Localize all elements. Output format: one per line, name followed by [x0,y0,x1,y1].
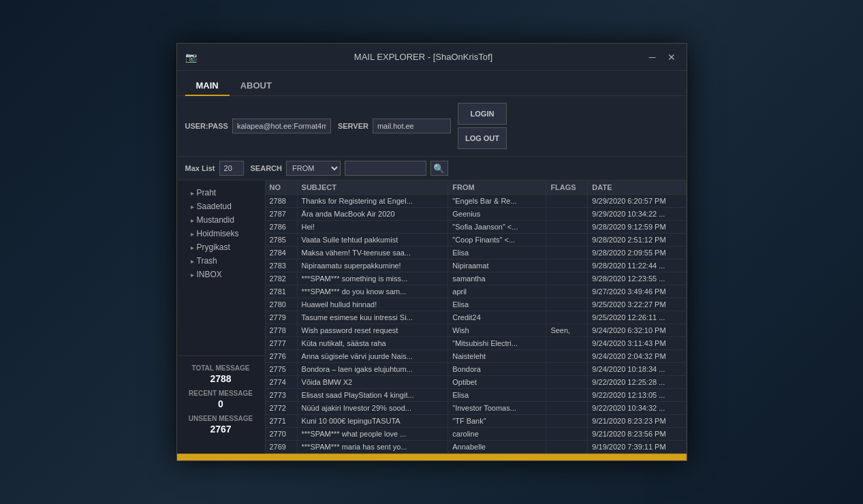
toolbar-row2: Max List SEARCH FROM 🔍 [177,157,687,180]
cell-flags [546,415,588,428]
table-row[interactable]: 2783 Nipiraamatu superpakkumine! Nipiraa… [266,259,687,272]
user-pass-input[interactable] [232,119,331,133]
col-header-flags: FLAGS [546,180,588,195]
col-header-subject: SUBJECT [297,180,448,195]
sidebar-item-praht[interactable]: Praht [177,186,265,200]
cell-flags [546,350,588,363]
cell-no: 2782 [266,272,298,285]
table-row[interactable]: 2785 Vaata Sulle tehtud pakkumist "Coop … [266,234,687,247]
table-row[interactable]: 2773 Elisast saad PlayStation 4 kingit..… [266,389,687,402]
sidebar-item-saadetud[interactable]: Saadetud [177,200,265,213]
cell-flags [546,272,588,285]
cell-flags [546,285,588,298]
cell-from: Naisteleht [448,350,546,363]
cell-flags [546,208,588,221]
table-row[interactable]: 2780 Huaweil hullud hinnad! Elisa 9/25/2… [266,298,687,311]
cell-date: 9/19/2020 7:39:11 PM [588,441,686,454]
user-pass-group: USER:PASS [185,119,331,133]
cell-from: "Coop Finants" <... [448,234,546,247]
cell-flags [546,298,588,311]
cell-subject: Huaweil hullud hinnad! [297,298,448,311]
sidebar-item-saadetud-label: Saadetud [197,202,232,211]
cell-no: 2772 [266,402,298,415]
sidebar-item-hoidmiseks[interactable]: Hoidmiseks [177,227,265,240]
cell-flags [546,234,588,247]
recent-message-label: RECENT MESSAGE [185,390,257,397]
window-title: MAIL EXPLORER - [ShaOnKrisTof] [202,52,646,62]
email-list: NO SUBJECT FROM FLAGS DATE 2788 Thanks f… [266,180,687,454]
table-row[interactable]: 2778 Wish password reset request Wish Se… [266,324,687,337]
max-list-label: Max List [185,164,215,172]
auth-buttons: LOGIN LOG OUT [458,103,507,149]
cell-from: Optibet [448,376,546,389]
cell-date: 9/24/2020 3:11:43 PM [588,337,686,350]
sidebar-item-praht-label: Praht [197,188,217,198]
cell-subject: Ära anda MacBook Air 2020 [297,208,448,221]
cell-subject: Vaata Sulle tehtud pakkumist [297,234,448,247]
table-row[interactable]: 2771 Kuni 10 000€ lepinguTASUTA "TF Bank… [266,415,687,428]
table-row[interactable]: 2769 ***SPAM*** maria has sent yo... Ann… [266,441,687,454]
total-message-label: TOTAL MESSAGE [185,364,257,372]
login-button[interactable]: LOGIN [458,103,507,125]
sidebar-item-inbox-label: INBOX [197,270,222,279]
cell-subject: Elisast saad PlayStation 4 kingit... [297,389,448,402]
logout-button[interactable]: LOG OUT [458,127,507,149]
cell-no: 2788 [266,195,298,208]
cell-date: 9/22/2020 10:34:32 ... [588,402,686,415]
cell-no: 2777 [266,337,298,350]
table-row[interactable]: 2784 Maksa vähem! TV-teenuse saa... Elis… [266,247,687,259]
tab-main[interactable]: MAIN [185,76,230,96]
search-input[interactable] [345,161,426,176]
recent-message-value: 0 [185,398,257,409]
search-field-select[interactable]: FROM [286,161,341,176]
cell-no: 2784 [266,247,298,259]
search-button[interactable]: 🔍 [430,161,448,176]
sidebar-item-trash[interactable]: Trash [177,254,265,268]
cell-from: "Mitsubishi Electri... [448,337,546,350]
cell-from: caroline [448,428,546,441]
cell-no: 2771 [266,415,298,428]
table-row[interactable]: 2782 ***SPAM*** something is miss... sam… [266,272,687,285]
cell-subject: Thanks for Registering at Engel... [297,195,448,208]
table-row[interactable]: 2772 Nüüd ajakiri Investor 29% sood... "… [266,402,687,415]
user-pass-label: USER:PASS [185,122,228,130]
cell-no: 2770 [266,428,298,441]
table-row[interactable]: 2770 ***SPAM*** what people love ... car… [266,428,687,441]
table-row[interactable]: 2788 Thanks for Registering at Engel... … [266,195,687,208]
sidebar-stats: TOTAL MESSAGE 2788 RECENT MESSAGE 0 UNSE… [177,356,265,448]
cell-no: 2786 [266,221,298,234]
cell-date: 9/29/2020 6:20:57 PM [588,195,686,208]
sidebar-item-inbox[interactable]: INBOX [177,268,265,281]
sidebar-item-prygikast[interactable]: Prygikast [177,240,265,254]
table-row[interactable]: 2779 Tasume esimese kuu intressi Si... C… [266,311,687,324]
tab-about[interactable]: ABOUT [230,76,283,96]
cell-no: 2780 [266,298,298,311]
table-row[interactable]: 2787 Ära anda MacBook Air 2020 Geenius 9… [266,208,687,221]
table-row[interactable]: 2786 Hei! "Sofia Jaanson" <... 9/28/2020… [266,221,687,234]
table-row[interactable]: 2781 ***SPAM*** do you know sam... april… [266,285,687,298]
max-list-input[interactable] [219,161,244,176]
table-row[interactable]: 2776 Anna sügisele värvi juurde Nais... … [266,350,687,363]
cell-subject: Tasume esimese kuu intressi Si... [297,311,448,324]
cell-subject: ***SPAM*** something is miss... [297,272,448,285]
cell-no: 2776 [266,350,298,363]
table-row[interactable]: 2775 Bondora – laen igaks elujuhtum... B… [266,363,687,376]
sidebar-item-mustandid[interactable]: Mustandid [177,213,265,227]
cell-flags [546,376,588,389]
cell-no: 2769 [266,441,298,454]
cell-no: 2781 [266,285,298,298]
cell-flags [546,389,588,402]
minimize-button[interactable]: ─ [646,50,659,64]
email-table: NO SUBJECT FROM FLAGS DATE 2788 Thanks f… [266,180,687,454]
table-row[interactable]: 2777 Küta nutikalt, säästa raha "Mitsubi… [266,337,687,350]
cell-subject: Kuni 10 000€ lepinguTASUTA [297,415,448,428]
server-input[interactable] [373,119,451,133]
table-row[interactable]: 2774 Võida BMW X2 Optibet 9/22/2020 12:2… [266,376,687,389]
cell-date: 9/24/2020 6:32:10 PM [588,324,686,337]
cell-flags [546,337,588,350]
app-window: 📷 MAIL EXPLORER - [ShaOnKrisTof] ─ ✕ MAI… [176,43,687,461]
close-button[interactable]: ✕ [665,50,678,64]
cell-from: Nipiraamat [448,259,546,272]
cell-from: "Sofia Jaanson" <... [448,221,546,234]
cell-subject: Nüüd ajakiri Investor 29% sood... [297,402,448,415]
